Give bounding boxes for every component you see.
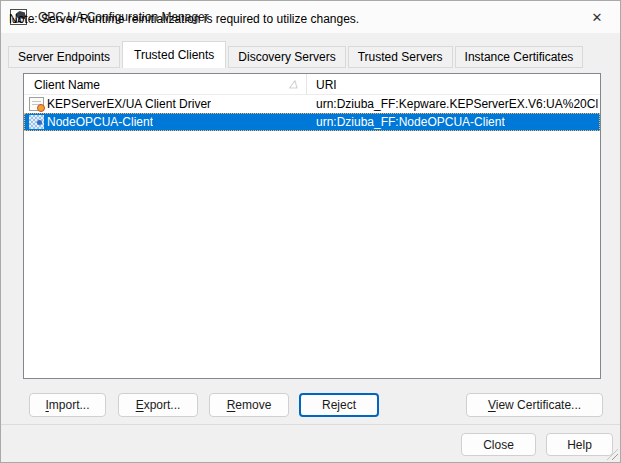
client-name-cell: NodeOPCUA-Client [47,115,153,129]
button-label: Remove [227,398,272,412]
close-icon: ✕ [592,10,603,25]
tab-label: Server Endpoints [18,50,110,64]
list-header: Client Name △ URI [24,74,600,95]
certificate-icon [29,97,44,111]
trusted-clients-list: Client Name △ URI KEPServerEX/UA Client … [23,73,601,379]
tab-strip: Server Endpoints Trusted Clients Discove… [8,40,616,68]
column-divider[interactable] [306,74,307,95]
close-button[interactable]: ✕ [574,1,620,33]
button-label: Import... [45,398,89,412]
button-label: Help [567,438,592,452]
uri-cell: urn:Dziuba_FF:Kepware.KEPServerEX.V6:UA%… [316,97,598,111]
column-header-label: URI [316,78,337,92]
client-name-cell: KEPServerEX/UA Client Driver [47,97,211,111]
tab-discovery-servers[interactable]: Discovery Servers [228,46,345,68]
close-dialog-button[interactable]: Close [461,433,536,456]
column-header-client-name[interactable]: Client Name [34,74,100,95]
tab-label: Instance Certificates [465,50,574,64]
button-label: Reject [322,398,356,412]
tab-instance-certificates[interactable]: Instance Certificates [455,46,584,68]
tab-trusted-clients[interactable]: Trusted Clients [122,41,226,68]
tab-label: Discovery Servers [238,50,335,64]
view-certificate-button[interactable]: View Certificate... [466,393,603,417]
column-header-uri[interactable]: URI [316,74,337,95]
sort-ascending-icon: △ [289,77,300,90]
note-text: Note: Server Runtime reinitialization is… [9,12,359,26]
tab-label: Trusted Servers [358,50,443,64]
column-header-label: Client Name [34,78,100,92]
remove-button[interactable]: Remove [209,393,289,417]
button-label: Close [483,438,514,452]
list-row-kepserverex[interactable]: KEPServerEX/UA Client Driver urn:Dziuba_… [24,95,600,113]
button-label: Export... [136,398,181,412]
list-row-nodeopcua[interactable]: NodeOPCUA-Client urn:Dziuba_FF:NodeOPCUA… [24,113,600,131]
help-button[interactable]: Help [546,433,613,456]
certificate-icon [29,115,44,129]
tab-server-endpoints[interactable]: Server Endpoints [8,46,120,68]
button-label: View Certificate... [488,398,581,412]
uri-cell: urn:Dziuba_FF:NodeOPCUA-Client [316,115,505,129]
tab-label: Trusted Clients [134,48,214,62]
tab-trusted-servers[interactable]: Trusted Servers [348,46,453,68]
reject-button[interactable]: Reject [299,393,379,417]
export-button[interactable]: Export... [118,393,198,417]
import-button[interactable]: Import... [29,393,106,417]
dialog-window: UA OPC UA Configuration Manager ✕ Server… [0,0,621,463]
